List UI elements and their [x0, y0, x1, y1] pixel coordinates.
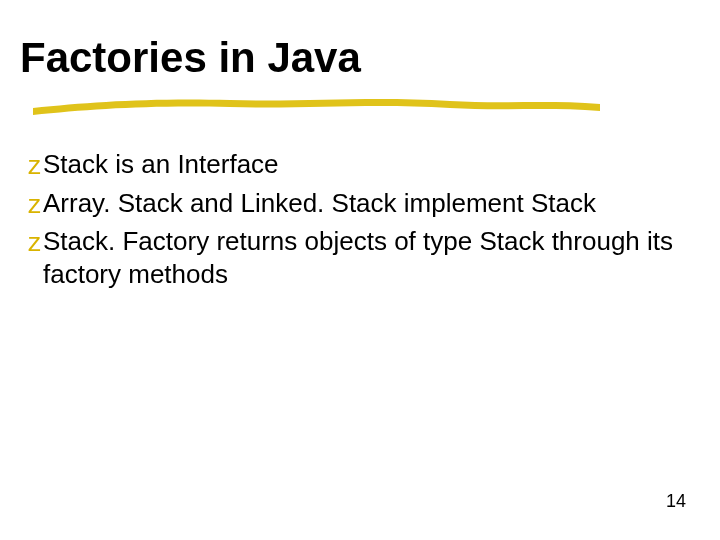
page-number: 14: [666, 491, 686, 512]
list-item: z Stack is an Interface: [28, 148, 680, 181]
list-item: z Stack. Factory returns objects of type…: [28, 225, 680, 290]
list-item: z Array. Stack and Linked. Stack impleme…: [28, 187, 680, 220]
bullet-text: Stack. Factory returns objects of type S…: [43, 225, 680, 290]
bullet-icon: z: [28, 188, 41, 221]
bullet-list: z Stack is an Interface z Array. Stack a…: [28, 148, 680, 296]
bullet-text: Array. Stack and Linked. Stack implement…: [43, 187, 680, 220]
bullet-icon: z: [28, 226, 41, 259]
slide-title: Factories in Java: [20, 34, 361, 82]
bullet-text: Stack is an Interface: [43, 148, 680, 181]
slide: Factories in Java z Stack is an Interfac…: [0, 0, 720, 540]
bullet-icon: z: [28, 149, 41, 182]
title-underline: [30, 90, 630, 118]
